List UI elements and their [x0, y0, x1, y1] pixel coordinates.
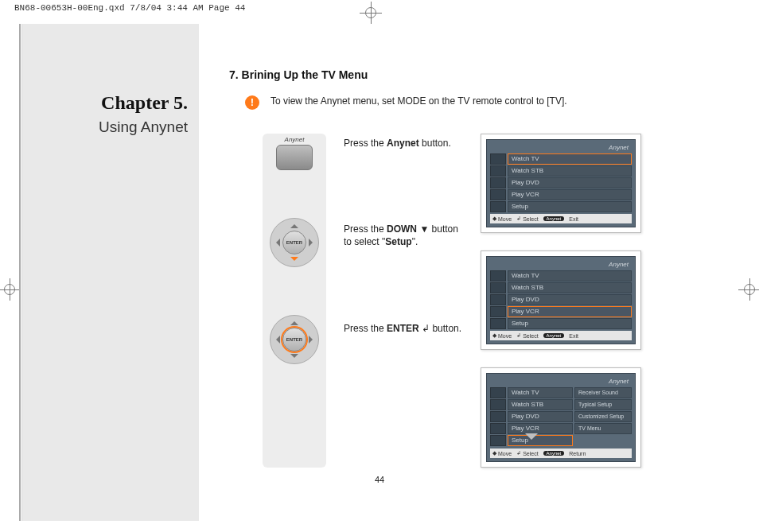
remote-column: Anynet ENTER ENTER — [263, 134, 326, 468]
tv-screen-3: Anynet Watch TV Watch STB Play DVD Play … — [481, 367, 641, 468]
instruction-column: Press the Anynet button. Press the DOWN … — [344, 134, 463, 468]
print-header: BN68-00653H-00Eng.qxd 7/8/04 3:44 AM Pag… — [14, 3, 245, 13]
submenu-tv-menu: TV Menu — [574, 423, 632, 434]
anynet-button: Anynet — [276, 145, 313, 170]
step-3-text: Press the ENTER ↲ button. — [344, 322, 463, 335]
menu-item-play-dvd: Play DVD — [490, 294, 632, 305]
submenu-customized-setup: Customized Setup — [574, 411, 632, 422]
crop-mark-right — [738, 278, 759, 301]
menu-item-setup: Setup — [490, 201, 632, 212]
chapter-title: Chapter 5. — [99, 92, 188, 114]
content: 7. Brining Up the TV Menu ! To view the … — [221, 68, 735, 468]
submenu-typical-setup: Typical Setup — [574, 399, 632, 410]
dpad-enter: ENTER — [282, 231, 306, 254]
tv-brand: Anynet — [493, 378, 629, 385]
page-edge — [19, 24, 21, 521]
anynet-button-label: Anynet — [285, 136, 305, 143]
menu-item-watch-stb: Watch STB — [490, 165, 632, 177]
notice-icon: ! — [245, 95, 259, 110]
tv-brand: Anynet — [493, 261, 629, 268]
continue-arrow-icon — [525, 433, 538, 446]
section-title: 7. Brining Up the TV Menu — [229, 68, 735, 81]
chapter-block: Chapter 5. Using Anynet — [99, 92, 188, 136]
dpad-right-icon — [309, 239, 317, 247]
sidebar: Chapter 5. Using Anynet — [22, 24, 199, 521]
menu-item-watch-tv: Watch TV — [490, 153, 632, 165]
dpad-down: ENTER — [270, 218, 319, 267]
menu-item-watch-stb: Watch STB — [490, 282, 632, 293]
dpad-down-icon — [290, 354, 298, 362]
notice: ! To view the Anynet menu, set MODE on t… — [245, 95, 735, 110]
notice-text: To view the Anynet menu, set MODE on the… — [271, 95, 567, 107]
step-2-text: Press the DOWN ▼ button to select "Setup… — [344, 223, 463, 248]
crop-mark-left — [0, 278, 21, 301]
dpad-right-icon — [309, 336, 317, 344]
dpad-enter: ENTER — [282, 328, 306, 351]
menu-item-watch-tv: Watch TV — [490, 387, 573, 398]
dpad-enter-highlighted: ENTER — [270, 315, 319, 364]
tv-footer: ◆ Move↲ SelectAnynetExit — [490, 214, 632, 223]
tv-screen-2: Anynet Watch TV Watch STB Play DVD Play … — [481, 250, 641, 350]
menu-item-watch-stb: Watch STB — [490, 399, 573, 410]
dpad-down-icon — [290, 257, 298, 265]
dpad-left-icon — [272, 336, 280, 344]
section-number: 7. — [229, 68, 239, 81]
menu-item-play-vcr: Play VCR — [490, 189, 632, 200]
steps: Anynet ENTER ENTER Press the Anynet butt… — [263, 134, 735, 468]
screens-column: Anynet Watch TV Watch STB Play DVD Play … — [481, 134, 641, 468]
dpad-up-icon — [290, 317, 298, 325]
tv-brand: Anynet — [493, 144, 629, 151]
menu-item-setup: Setup — [490, 318, 632, 329]
menu-item-play-dvd: Play DVD — [490, 177, 632, 188]
tv-footer: ◆ Move↲ SelectAnynetExit — [490, 331, 632, 340]
crop-mark-top — [360, 2, 382, 24]
menu-item-play-vcr: Play VCR — [490, 423, 573, 434]
tv-screen-1: Anynet Watch TV Watch STB Play DVD Play … — [481, 134, 641, 233]
down-arrow-icon: ▼ — [419, 223, 429, 235]
enter-icon: ↲ — [422, 323, 430, 334]
menu-item-watch-tv: Watch TV — [490, 270, 632, 282]
tv-footer: ◆ Move↲ SelectAnynetReturn — [490, 449, 632, 458]
section-name: Brining Up the TV Menu — [242, 68, 368, 81]
step-1-text: Press the Anynet button. — [344, 137, 463, 150]
menu-item-play-dvd: Play DVD — [490, 411, 573, 422]
menu-item-play-vcr: Play VCR — [490, 306, 632, 317]
submenu-receiver-sound: Receiver Sound — [574, 387, 632, 398]
chapter-subtitle: Using Anynet — [99, 118, 188, 136]
dpad-up-icon — [290, 220, 298, 228]
page-number: 44 — [375, 475, 384, 484]
dpad-left-icon — [272, 239, 280, 247]
